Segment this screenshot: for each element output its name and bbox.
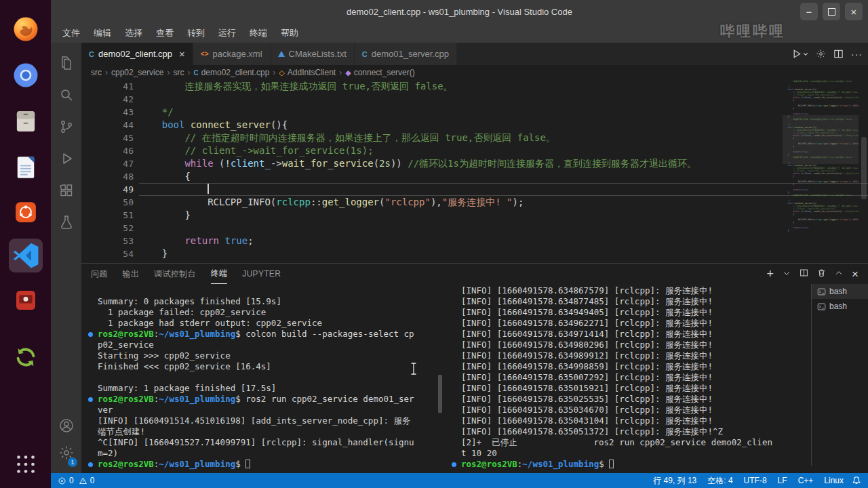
code-line-42[interactable]: 42	[81, 93, 868, 106]
terminal-line: [INFO] [1660491578.634867579] [rclcpp]: …	[452, 285, 806, 296]
kill-terminal-icon[interactable]	[817, 268, 826, 280]
split-editor-icon[interactable]	[833, 49, 844, 59]
minimap-token: "rclcpp"	[839, 218, 849, 221]
show-applications-icon[interactable]	[9, 447, 43, 481]
code-line-49[interactable]: 49	[81, 183, 868, 196]
terminal-text: ^C[INFO] [1660491527.714099791] [rclcpp]…	[98, 437, 414, 447]
code-line-50[interactable]: 50 RCLCPP_INFO(rclcpp::get_logger("rclcp…	[81, 196, 868, 209]
screen-recorder-icon[interactable]	[9, 283, 43, 317]
terminal-text: [INFO] [1660491578.635051372] [rclcpp]: …	[461, 426, 723, 436]
command-decoration-icon[interactable]	[452, 462, 456, 467]
terminal-dropdown-icon[interactable]	[783, 268, 791, 280]
breadcrumb-item-5[interactable]: ◆connect_server()	[345, 68, 415, 77]
extensions-icon[interactable]	[51, 177, 81, 204]
code-editor[interactable]: 41 连接服务器实现，如果连接成功返回 true,否则返回 false。4243…	[81, 80, 868, 263]
tab-3[interactable]: Cdemo01_server.cpp	[355, 43, 457, 65]
breadcrumb-item-4[interactable]: ◇AddIntsClient	[279, 68, 336, 77]
explorer-icon[interactable]	[51, 49, 81, 77]
code-line-51[interactable]: 51 }	[81, 209, 868, 222]
menu-item-7[interactable]: 帮助	[275, 25, 304, 41]
close-tab-icon[interactable]: ×	[179, 49, 185, 59]
menu-item-2[interactable]: 选择	[119, 25, 149, 41]
command-decoration-icon[interactable]	[88, 462, 93, 467]
terminal-list-item-0[interactable]: bash	[812, 284, 868, 299]
terminal-text: [INFO] [1660491578.635043104] [rclcpp]: …	[461, 415, 713, 426]
status-item-4[interactable]: C++	[798, 476, 814, 485]
breadcrumb-item-2[interactable]: src	[173, 68, 184, 77]
firefox-icon[interactable]	[9, 12, 43, 46]
status-item-0[interactable]: 行 49, 列 13	[653, 475, 696, 487]
code-line-54[interactable]: 54 }	[81, 247, 868, 260]
code-line-45[interactable]: 45 // 在指定超时时间内连接服务器，如果连接上了，那么返回 true,否则返…	[81, 131, 868, 144]
terminal-token: Summary: 1 package finished [17.5s]	[98, 383, 276, 393]
notifications-bell-icon[interactable]	[852, 476, 861, 485]
menu-item-1[interactable]: 编辑	[87, 25, 117, 41]
terminal-right-pane[interactable]: [INFO] [1660491578.634867579] [rclcpp]: …	[452, 285, 806, 470]
software-updater-icon[interactable]	[9, 340, 43, 374]
status-item-3[interactable]: LF	[778, 476, 787, 485]
command-decoration-icon[interactable]	[88, 332, 93, 337]
warning-count: 0	[90, 476, 95, 485]
code-token: rclcpp	[276, 197, 311, 207]
problems-status[interactable]: 0 0	[58, 476, 94, 485]
minimap[interactable]: 连接服务器实现，如果连接成功返回 true,否则返回 false。 */ boo…	[783, 80, 859, 262]
more-actions-icon[interactable]: ···	[851, 49, 863, 60]
code-line-43[interactable]: 43 */	[81, 106, 868, 119]
files-icon[interactable]	[9, 104, 43, 138]
panel-tabs: 问题输出调试控制台终端JUPYTER	[91, 264, 281, 284]
run-or-debug-icon[interactable]	[791, 49, 808, 59]
panel-tab-0[interactable]: 问题	[91, 264, 108, 284]
breadcrumb-item-0[interactable]: src	[91, 68, 102, 77]
terminal-scrollbar[interactable]	[438, 375, 442, 413]
panel-tab-2[interactable]: 调试控制台	[154, 264, 196, 284]
minimap-token: get_logger	[824, 218, 837, 221]
split-terminal-icon[interactable]	[800, 268, 808, 280]
source-control-icon[interactable]	[51, 113, 81, 140]
terminal-left-pane[interactable]: Summary: 0 packages finished [15.9s] 1 p…	[88, 296, 446, 470]
minimize-button[interactable]: −	[800, 3, 818, 20]
breadcrumb-item-3[interactable]: Cdemo02_client.cpp	[193, 68, 269, 77]
testing-icon[interactable]	[51, 209, 81, 236]
maximize-button[interactable]	[823, 3, 840, 20]
code-line-44[interactable]: 44 bool connect_server(){	[81, 119, 868, 131]
tab-2[interactable]: CMakeLists.txt	[271, 43, 355, 65]
menu-item-5[interactable]: 运行	[212, 25, 242, 41]
terminal-line: [INFO] [1660491578.634949405] [rclcpp]: …	[452, 307, 806, 318]
close-button[interactable]: ×	[845, 3, 863, 20]
panel-tab-4[interactable]: JUPYTER	[242, 264, 281, 284]
code-line-52[interactable]: 52	[81, 222, 868, 235]
menu-item-0[interactable]: 文件	[56, 25, 86, 41]
breadcrumb-item-1[interactable]: cpp02_service	[111, 68, 163, 77]
maximize-panel-icon[interactable]	[835, 268, 843, 280]
editor-scrollbar[interactable]	[861, 137, 867, 199]
minimap-slider[interactable]	[783, 115, 859, 164]
code-text: bool connect_server(){	[139, 119, 288, 131]
status-item-2[interactable]: UTF-8	[744, 476, 767, 485]
menu-item-4[interactable]: 转到	[181, 25, 211, 41]
run-and-debug-icon[interactable]	[51, 145, 81, 172]
ubuntu-software-icon[interactable]	[9, 195, 43, 229]
code-line-48[interactable]: 48 {	[81, 170, 868, 183]
menu-item-3[interactable]: 查看	[150, 25, 180, 41]
chromium-icon[interactable]	[9, 58, 43, 92]
vscode-icon[interactable]	[9, 239, 43, 272]
tab-1[interactable]: <>package.xml	[193, 43, 271, 65]
code-line-53[interactable]: 53 return true;	[81, 235, 868, 247]
close-panel-icon[interactable]: ×	[852, 268, 859, 280]
status-item-1[interactable]: 空格: 4	[707, 475, 732, 487]
code-line-41[interactable]: 41 连接服务器实现，如果连接成功返回 true,否则返回 false。	[81, 80, 868, 93]
accounts-icon[interactable]	[51, 412, 81, 439]
panel-tab-1[interactable]: 输出	[123, 264, 140, 284]
libreoffice-writer-icon[interactable]	[9, 150, 43, 184]
command-decoration-icon[interactable]	[88, 397, 93, 402]
settings-gear-icon[interactable]	[816, 49, 826, 59]
terminal-list-item-1[interactable]: bash	[812, 299, 868, 314]
tab-0[interactable]: Cdemo02_client.cpp×	[81, 43, 193, 65]
search-icon[interactable]	[51, 81, 81, 108]
panel-tab-3[interactable]: 终端	[211, 264, 228, 284]
menu-item-6[interactable]: 终端	[243, 25, 273, 41]
new-terminal-icon[interactable]: +	[767, 268, 774, 280]
code-line-47[interactable]: 47 while (!client_->wait_for_service(2s)…	[81, 157, 868, 170]
code-line-46[interactable]: 46 // client_->wait_for_service(1s);	[81, 144, 868, 157]
status-item-5[interactable]: Linux	[824, 476, 844, 485]
